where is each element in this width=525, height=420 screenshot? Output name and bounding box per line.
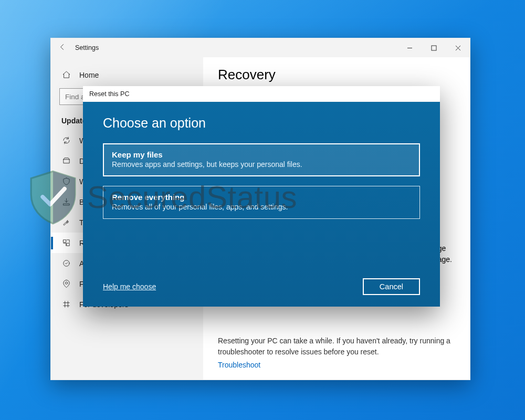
option-remove-everything[interactable]: Remove everything Removes all of your pe…	[103, 186, 420, 219]
troubleshoot-icon	[61, 218, 71, 227]
sync-icon	[61, 136, 71, 145]
findmydevice-icon	[61, 279, 71, 288]
dialog-titlebar: Reset this PC	[83, 86, 440, 102]
close-button[interactable]	[446, 38, 470, 57]
sidebar-home-label: Home	[79, 71, 99, 79]
option-desc: Removes apps and settings, but keeps you…	[112, 160, 411, 169]
svg-rect-0	[432, 46, 436, 50]
option-title: Remove everything	[112, 193, 411, 202]
activation-icon	[61, 259, 71, 268]
maximize-button[interactable]	[422, 38, 446, 57]
cancel-button[interactable]: Cancel	[363, 278, 420, 295]
backup-icon	[61, 197, 71, 206]
titlebar: Settings	[51, 38, 470, 57]
back-button[interactable]	[56, 43, 68, 53]
shield-icon	[61, 177, 71, 186]
window-title: Settings	[75, 44, 99, 51]
home-icon	[61, 70, 71, 79]
troubleshoot-link[interactable]: Troubleshoot	[218, 361, 455, 369]
developers-icon	[61, 300, 71, 309]
delivery-icon	[61, 156, 71, 165]
help-me-choose-link[interactable]: Help me choose	[103, 282, 156, 291]
option-keep-my-files[interactable]: Keep my files Removes apps and settings,…	[103, 143, 420, 176]
option-desc: Removes all of your personal files, apps…	[112, 203, 411, 211]
sidebar-home[interactable]: Home	[51, 65, 203, 85]
minimize-button[interactable]	[397, 38, 422, 57]
reset-note: Resetting your PC can take a while. If y…	[218, 335, 455, 358]
svg-point-1	[63, 260, 69, 266]
svg-point-2	[65, 282, 67, 284]
page-title: Recovery	[218, 67, 455, 83]
reset-pc-dialog: Reset this PC Choose an option Keep my f…	[83, 86, 440, 307]
recovery-icon	[61, 238, 71, 247]
option-title: Keep my files	[112, 150, 411, 159]
dialog-heading: Choose an option	[103, 116, 420, 131]
